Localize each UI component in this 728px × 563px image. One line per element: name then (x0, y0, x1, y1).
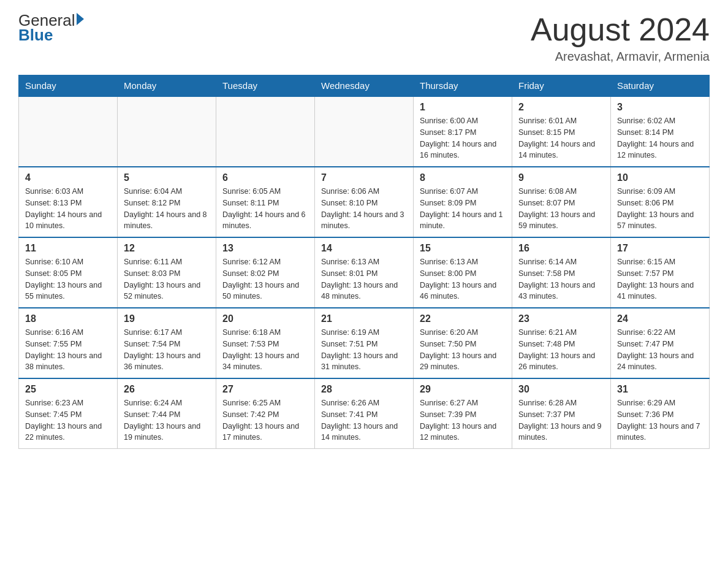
day-info: Sunrise: 6:04 AMSunset: 8:12 PMDaylight:… (124, 186, 210, 232)
day-number: 17 (617, 243, 703, 254)
day-info: Sunrise: 6:10 AMSunset: 8:05 PMDaylight:… (25, 256, 111, 302)
calendar-cell (118, 96, 216, 167)
calendar-cell (315, 96, 414, 167)
day-info: Sunrise: 6:05 AMSunset: 8:11 PMDaylight:… (222, 186, 308, 232)
day-info: Sunrise: 6:23 AMSunset: 7:45 PMDaylight:… (25, 397, 111, 443)
day-info: Sunrise: 6:02 AMSunset: 8:14 PMDaylight:… (617, 115, 703, 161)
calendar-cell: 6Sunrise: 6:05 AMSunset: 8:11 PMDaylight… (216, 167, 315, 237)
calendar-table: Sunday Monday Tuesday Wednesday Thursday… (18, 75, 710, 449)
day-info: Sunrise: 6:12 AMSunset: 8:02 PMDaylight:… (222, 256, 308, 302)
calendar-cell: 5Sunrise: 6:04 AMSunset: 8:12 PMDaylight… (118, 167, 216, 237)
calendar-cell: 18Sunrise: 6:16 AMSunset: 7:55 PMDayligh… (19, 308, 118, 378)
location-label: Arevashat, Armavir, Armenia (531, 50, 710, 64)
day-number: 3 (617, 102, 703, 113)
day-number: 21 (321, 313, 407, 324)
day-info: Sunrise: 6:24 AMSunset: 7:44 PMDaylight:… (124, 397, 210, 443)
day-number: 11 (25, 243, 111, 254)
col-tuesday: Tuesday (216, 75, 315, 97)
calendar-cell: 12Sunrise: 6:11 AMSunset: 8:03 PMDayligh… (118, 237, 216, 308)
day-number: 19 (124, 313, 210, 324)
calendar-body: 1Sunrise: 6:00 AMSunset: 8:17 PMDaylight… (19, 96, 710, 449)
calendar-cell: 1Sunrise: 6:00 AMSunset: 8:17 PMDaylight… (414, 96, 512, 167)
day-number: 6 (222, 172, 308, 183)
day-info: Sunrise: 6:17 AMSunset: 7:54 PMDaylight:… (124, 327, 210, 373)
day-number: 14 (321, 243, 407, 254)
calendar-cell: 27Sunrise: 6:25 AMSunset: 7:42 PMDayligh… (216, 378, 315, 449)
day-info: Sunrise: 6:01 AMSunset: 8:15 PMDaylight:… (518, 115, 604, 161)
day-info: Sunrise: 6:06 AMSunset: 8:10 PMDaylight:… (321, 186, 407, 232)
calendar-cell: 16Sunrise: 6:14 AMSunset: 7:58 PMDayligh… (512, 237, 611, 308)
day-number: 7 (321, 172, 407, 183)
day-number: 10 (617, 172, 703, 183)
day-info: Sunrise: 6:13 AMSunset: 8:00 PMDaylight:… (420, 256, 506, 302)
calendar-cell: 23Sunrise: 6:21 AMSunset: 7:48 PMDayligh… (512, 308, 611, 378)
day-number: 30 (518, 384, 604, 395)
day-info: Sunrise: 6:29 AMSunset: 7:36 PMDaylight:… (617, 397, 703, 443)
calendar-cell: 29Sunrise: 6:27 AMSunset: 7:39 PMDayligh… (414, 378, 512, 449)
day-number: 24 (617, 313, 703, 324)
day-number: 28 (321, 384, 407, 395)
calendar-cell: 19Sunrise: 6:17 AMSunset: 7:54 PMDayligh… (118, 308, 216, 378)
day-info: Sunrise: 6:09 AMSunset: 8:06 PMDaylight:… (617, 186, 703, 232)
calendar-week-5: 25Sunrise: 6:23 AMSunset: 7:45 PMDayligh… (19, 378, 710, 449)
calendar-cell: 24Sunrise: 6:22 AMSunset: 7:47 PMDayligh… (611, 308, 710, 378)
calendar-cell: 9Sunrise: 6:08 AMSunset: 8:07 PMDaylight… (512, 167, 611, 237)
day-info: Sunrise: 6:15 AMSunset: 7:57 PMDaylight:… (617, 256, 703, 302)
day-number: 2 (518, 102, 604, 113)
calendar-cell: 26Sunrise: 6:24 AMSunset: 7:44 PMDayligh… (118, 378, 216, 449)
calendar-cell: 3Sunrise: 6:02 AMSunset: 8:14 PMDaylight… (611, 96, 710, 167)
calendar-cell: 28Sunrise: 6:26 AMSunset: 7:41 PMDayligh… (315, 378, 414, 449)
day-number: 31 (617, 384, 703, 395)
day-info: Sunrise: 6:28 AMSunset: 7:37 PMDaylight:… (518, 397, 604, 443)
calendar-cell: 13Sunrise: 6:12 AMSunset: 8:02 PMDayligh… (216, 237, 315, 308)
day-number: 23 (518, 313, 604, 324)
page-header: General Blue August 2024 Arevashat, Arma… (18, 12, 710, 64)
day-number: 4 (25, 172, 111, 183)
calendar-header: Sunday Monday Tuesday Wednesday Thursday… (19, 75, 710, 97)
calendar-cell: 21Sunrise: 6:19 AMSunset: 7:51 PMDayligh… (315, 308, 414, 378)
day-number: 5 (124, 172, 210, 183)
day-number: 12 (124, 243, 210, 254)
calendar-cell: 8Sunrise: 6:07 AMSunset: 8:09 PMDaylight… (414, 167, 512, 237)
day-info: Sunrise: 6:03 AMSunset: 8:13 PMDaylight:… (25, 186, 111, 232)
day-info: Sunrise: 6:25 AMSunset: 7:42 PMDaylight:… (222, 397, 308, 443)
col-saturday: Saturday (611, 75, 710, 97)
col-sunday: Sunday (19, 75, 118, 97)
calendar-cell: 15Sunrise: 6:13 AMSunset: 8:00 PMDayligh… (414, 237, 512, 308)
day-info: Sunrise: 6:22 AMSunset: 7:47 PMDaylight:… (617, 327, 703, 373)
month-title: August 2024 (531, 12, 710, 47)
day-number: 9 (518, 172, 604, 183)
col-thursday: Thursday (414, 75, 512, 97)
day-number: 15 (420, 243, 506, 254)
day-number: 20 (222, 313, 308, 324)
day-number: 25 (25, 384, 111, 395)
calendar-cell (19, 96, 118, 167)
day-info: Sunrise: 6:18 AMSunset: 7:53 PMDaylight:… (222, 327, 308, 373)
calendar-cell: 4Sunrise: 6:03 AMSunset: 8:13 PMDaylight… (19, 167, 118, 237)
calendar-cell: 14Sunrise: 6:13 AMSunset: 8:01 PMDayligh… (315, 237, 414, 308)
day-info: Sunrise: 6:14 AMSunset: 7:58 PMDaylight:… (518, 256, 604, 302)
logo-arrow-icon (77, 13, 84, 25)
logo-text-blue: Blue (18, 27, 84, 43)
header-row: Sunday Monday Tuesday Wednesday Thursday… (19, 75, 710, 97)
day-number: 29 (420, 384, 506, 395)
calendar-week-2: 4Sunrise: 6:03 AMSunset: 8:13 PMDaylight… (19, 167, 710, 237)
day-info: Sunrise: 6:11 AMSunset: 8:03 PMDaylight:… (124, 256, 210, 302)
day-number: 13 (222, 243, 308, 254)
calendar-cell: 25Sunrise: 6:23 AMSunset: 7:45 PMDayligh… (19, 378, 118, 449)
day-info: Sunrise: 6:27 AMSunset: 7:39 PMDaylight:… (420, 397, 506, 443)
calendar-cell: 2Sunrise: 6:01 AMSunset: 8:15 PMDaylight… (512, 96, 611, 167)
day-number: 18 (25, 313, 111, 324)
day-info: Sunrise: 6:26 AMSunset: 7:41 PMDaylight:… (321, 397, 407, 443)
day-number: 16 (518, 243, 604, 254)
col-monday: Monday (118, 75, 216, 97)
calendar-cell: 31Sunrise: 6:29 AMSunset: 7:36 PMDayligh… (611, 378, 710, 449)
calendar-cell: 10Sunrise: 6:09 AMSunset: 8:06 PMDayligh… (611, 167, 710, 237)
col-wednesday: Wednesday (315, 75, 414, 97)
calendar-cell: 20Sunrise: 6:18 AMSunset: 7:53 PMDayligh… (216, 308, 315, 378)
calendar-cell (216, 96, 315, 167)
day-number: 22 (420, 313, 506, 324)
logo: General Blue (18, 12, 84, 43)
day-number: 26 (124, 384, 210, 395)
day-number: 1 (420, 102, 506, 113)
